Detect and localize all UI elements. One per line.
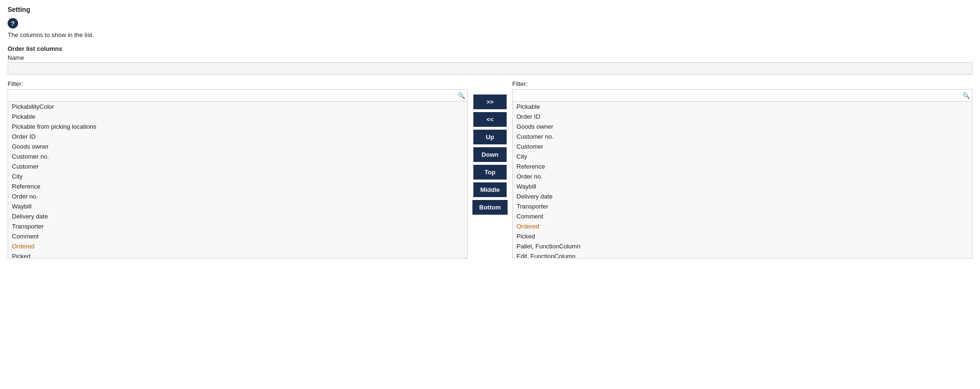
list-item[interactable]: Customer (513, 142, 972, 152)
right-filter-label: Filter: (512, 80, 972, 87)
list-item[interactable]: Waybill (8, 201, 467, 211)
section-title: Order list columns (8, 45, 972, 52)
top-button[interactable]: Top (473, 165, 507, 180)
list-item[interactable]: Pickable (513, 102, 972, 112)
list-item[interactable]: City (513, 152, 972, 161)
page-title: Setting (8, 6, 972, 13)
list-item[interactable]: Transporter (513, 201, 972, 211)
list-item[interactable]: Reference (8, 181, 467, 191)
list-item[interactable]: Comment (8, 231, 467, 241)
right-search-icon: 🔍 (962, 92, 970, 99)
left-panel: Filter: 🔍 PickabilityColorPickablePickab… (8, 80, 468, 258)
left-filter-label: Filter: (8, 80, 468, 87)
right-list-box[interactable]: PickableOrder IDGoods ownerCustomer no.C… (512, 102, 972, 258)
list-item[interactable]: Order ID (513, 112, 972, 122)
name-input[interactable] (8, 62, 972, 75)
list-item[interactable]: Customer (8, 161, 467, 171)
move-right-button[interactable]: >> (473, 95, 507, 109)
list-item[interactable]: Transporter (8, 221, 467, 231)
list-item[interactable]: Goods owner (513, 122, 972, 132)
middle-buttons-panel: >> << Up Down Top Middle Bottom (468, 80, 512, 215)
list-item[interactable]: Picked (8, 251, 467, 258)
list-item[interactable]: Edit, FunctionColumn (513, 251, 972, 258)
right-panel: Filter: 🔍 PickableOrder IDGoods ownerCus… (512, 80, 972, 258)
bottom-button[interactable]: Bottom (472, 200, 508, 215)
list-item[interactable]: City (8, 171, 467, 181)
move-left-button[interactable]: << (473, 112, 507, 127)
right-list: PickableOrder IDGoods ownerCustomer no.C… (513, 102, 972, 258)
list-item[interactable]: Picked (513, 231, 972, 241)
list-item[interactable]: Customer no. (513, 132, 972, 142)
list-item[interactable]: Ordered (8, 241, 467, 251)
list-item[interactable]: Delivery date (8, 211, 467, 221)
middle-button[interactable]: Middle (473, 182, 507, 197)
list-item[interactable]: Waybill (513, 181, 972, 191)
list-item[interactable]: Pickable from picking locations (8, 122, 467, 132)
list-item[interactable]: PickabilityColor (8, 102, 467, 112)
list-item[interactable]: Pickable (8, 112, 467, 122)
list-item[interactable]: Goods owner (8, 142, 467, 152)
list-item[interactable]: Delivery date (513, 191, 972, 201)
columns-area: Filter: 🔍 PickabilityColorPickablePickab… (8, 80, 972, 258)
up-button[interactable]: Up (473, 130, 507, 144)
name-label: Name (8, 54, 972, 61)
left-filter-input[interactable] (10, 92, 456, 99)
list-item[interactable]: Order ID (8, 132, 467, 142)
help-icon[interactable]: ? (8, 18, 18, 28)
list-item[interactable]: Comment (513, 211, 972, 221)
description-text: The columns to show in the list. (8, 31, 972, 38)
list-item[interactable]: Ordered (513, 221, 972, 231)
left-filter-row: 🔍 (8, 89, 468, 102)
down-button[interactable]: Down (473, 147, 507, 162)
left-search-icon: 🔍 (458, 92, 465, 99)
list-item[interactable]: Pallet, FunctionColumn (513, 241, 972, 251)
list-item[interactable]: Customer no. (8, 152, 467, 161)
left-list: PickabilityColorPickablePickable from pi… (8, 102, 467, 258)
right-filter-input[interactable] (515, 92, 961, 99)
list-item[interactable]: Reference (513, 161, 972, 171)
right-filter-row: 🔍 (512, 89, 972, 102)
left-list-box[interactable]: PickabilityColorPickablePickable from pi… (8, 102, 468, 258)
list-item[interactable]: Order no. (513, 171, 972, 181)
list-item[interactable]: Order no. (8, 191, 467, 201)
